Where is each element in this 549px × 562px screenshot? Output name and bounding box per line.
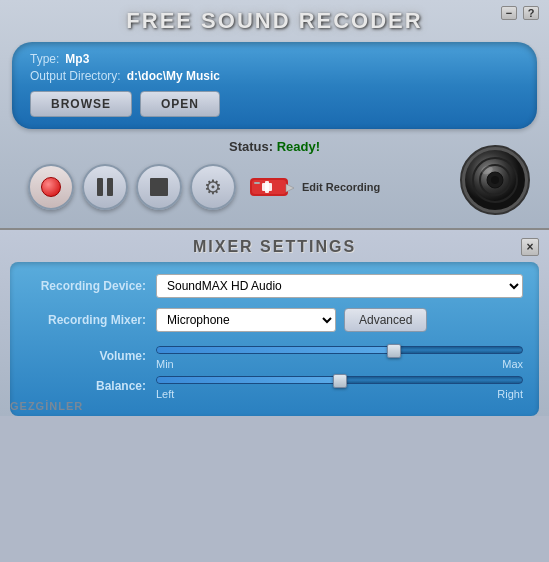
info-buttons: BROWSE OPEN (30, 91, 519, 117)
svg-rect-3 (265, 181, 269, 193)
record-icon (41, 177, 61, 197)
recording-mixer-control: Microphone Line In Stereo Mix Advanced (156, 308, 523, 332)
bottom-section: MIXER SETTINGS × Recording Device: Sound… (0, 228, 549, 416)
mixer-panel: Recording Device: SoundMAX HD Audio Reco… (10, 262, 539, 416)
volume-max-label: Max (502, 358, 523, 370)
recording-mixer-label: Recording Mixer: (26, 313, 146, 327)
mixer-title: MIXER SETTINGS (193, 238, 356, 256)
balance-thumb[interactable] (333, 374, 347, 388)
recording-device-control: SoundMAX HD Audio (156, 274, 523, 298)
volume-row: Volume: Min Max (26, 342, 523, 370)
svg-marker-4 (286, 184, 294, 192)
balance-right-label: Right (497, 388, 523, 400)
help-btn[interactable]: ? (523, 6, 539, 20)
advanced-button[interactable]: Advanced (344, 308, 427, 332)
speaker-icon (459, 144, 531, 216)
svg-point-11 (491, 176, 499, 184)
record-button[interactable] (28, 164, 74, 210)
stop-icon (150, 178, 168, 196)
balance-left-label: Left (156, 388, 174, 400)
volume-slider-wrapper: Min Max (156, 342, 523, 370)
recording-device-row: Recording Device: SoundMAX HD Audio (26, 274, 523, 298)
minimize-btn[interactable]: − (501, 6, 517, 20)
balance-slider-wrapper: Left Right (156, 372, 523, 400)
type-label: Type: (30, 52, 59, 66)
settings-button[interactable]: ⚙ (190, 164, 236, 210)
output-label: Output Directory: (30, 69, 121, 83)
watermark: GEZGİNLER (10, 400, 83, 412)
pause-icon (97, 178, 113, 196)
balance-track[interactable] (156, 376, 523, 384)
mixer-close-button[interactable]: × (521, 238, 539, 256)
browse-button[interactable]: BROWSE (30, 91, 132, 117)
output-value: d:\doc\My Music (127, 69, 220, 83)
volume-track[interactable] (156, 346, 523, 354)
type-row: Type: Mp3 (30, 52, 519, 66)
volume-min-label: Min (156, 358, 174, 370)
volume-thumb[interactable] (387, 344, 401, 358)
info-panel: Type: Mp3 Output Directory: d:\doc\My Mu… (12, 42, 537, 129)
swiss-knife-icon (248, 170, 296, 204)
gear-icon: ⚙ (204, 175, 222, 199)
stop-button[interactable] (136, 164, 182, 210)
volume-labels: Min Max (156, 358, 523, 370)
output-row: Output Directory: d:\doc\My Music (30, 69, 519, 83)
volume-label: Volume: (26, 349, 146, 363)
open-button[interactable]: OPEN (140, 91, 220, 117)
controls-row: ⚙ Edit Recording (12, 160, 537, 218)
recording-device-label: Recording Device: (26, 279, 146, 293)
balance-row: Balance: Left Right (26, 372, 523, 400)
balance-label: Balance: (26, 379, 146, 393)
status-value: Ready! (277, 139, 320, 154)
edit-recording-area[interactable]: Edit Recording (248, 170, 380, 204)
edit-recording-label: Edit Recording (302, 181, 380, 193)
status-label: Status: (229, 139, 273, 154)
recording-mixer-select[interactable]: Microphone Line In Stereo Mix (156, 308, 336, 332)
pause-button[interactable] (82, 164, 128, 210)
app-title: FREE SOUND RECODER (12, 8, 537, 34)
recording-mixer-row: Recording Mixer: Microphone Line In Ster… (26, 308, 523, 332)
top-section: − ? FREE SOUND RECODER Type: Mp3 Output … (0, 0, 549, 228)
volume-section: Volume: Min Max Balance: (26, 342, 523, 400)
balance-fill (157, 377, 340, 383)
balance-labels: Left Right (156, 388, 523, 400)
svg-rect-5 (254, 182, 260, 184)
type-value: Mp3 (65, 52, 89, 66)
speaker (459, 144, 531, 220)
recording-device-select[interactable]: SoundMAX HD Audio (156, 274, 523, 298)
mixer-header: MIXER SETTINGS × (0, 230, 549, 262)
volume-fill (157, 347, 394, 353)
